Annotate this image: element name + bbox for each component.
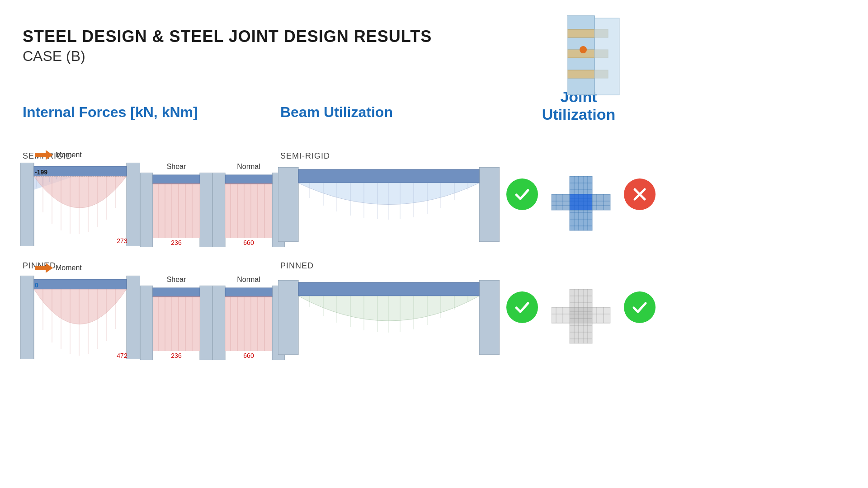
page-title: STEEL DESIGN & STEEL JOINT DESIGN RESULT… — [23, 27, 432, 65]
semi-rigid-moment-diagram: -199 273 Moment — [20, 163, 140, 246]
semi-rigid-shear-diagram: Shear 236 — [140, 163, 212, 246]
semi-rigid-normal-diagram: Normal 660 — [212, 163, 285, 246]
svg-rect-40 — [212, 173, 225, 247]
semi-rigid-label-right: SEMI-RIGID — [280, 151, 330, 161]
arrow-orange-pinned — [35, 263, 53, 273]
pinned-joint-check — [624, 291, 656, 323]
moment-label-semi: Moment — [56, 151, 82, 159]
svg-text:472: 472 — [117, 352, 127, 359]
semi-rigid-joint-mesh — [547, 174, 615, 233]
svg-rect-133 — [479, 280, 500, 355]
svg-text:-199: -199 — [35, 169, 47, 176]
title-line2: CASE (B) — [23, 48, 432, 65]
svg-rect-108 — [140, 286, 153, 360]
svg-text:273: 273 — [117, 237, 127, 244]
pinned-joint-mesh — [547, 287, 615, 346]
svg-rect-31 — [153, 184, 200, 238]
shear-label-semi: Shear — [140, 163, 212, 171]
pinned-shear-diagram: Shear 236 — [140, 276, 212, 359]
pinned-beam-check — [506, 291, 538, 323]
svg-rect-132 — [278, 280, 298, 355]
title-line1: STEEL DESIGN & STEEL JOINT DESIGN RESULT… — [23, 27, 432, 46]
pinned-beam-util — [278, 280, 500, 355]
svg-point-5 — [580, 46, 587, 53]
svg-rect-9 — [34, 166, 127, 176]
svg-text:660: 660 — [243, 239, 254, 246]
svg-rect-43 — [225, 184, 272, 238]
svg-rect-122 — [225, 288, 272, 297]
normal-label-pinned: Normal — [212, 276, 285, 284]
svg-text:236: 236 — [171, 352, 182, 359]
svg-rect-120 — [212, 286, 225, 360]
svg-rect-95 — [34, 279, 127, 289]
svg-rect-52 — [278, 167, 298, 242]
pinned-moment-diagram: 0 472 Moment — [20, 276, 140, 366]
semi-rigid-joint-x — [624, 178, 656, 210]
svg-rect-123 — [225, 297, 272, 351]
svg-text:0: 0 — [35, 282, 38, 289]
moment-label-pinned: Moment — [56, 264, 82, 272]
svg-rect-134 — [298, 282, 479, 296]
svg-rect-7 — [20, 163, 34, 246]
svg-rect-8 — [127, 163, 140, 246]
shear-label-pinned: Shear — [140, 276, 212, 284]
arrow-orange-semi — [35, 150, 53, 160]
beam-util-header: Beam Utilization — [280, 104, 393, 121]
svg-rect-6 — [567, 16, 568, 95]
svg-rect-28 — [140, 173, 153, 247]
svg-rect-110 — [153, 288, 200, 297]
svg-marker-27 — [35, 150, 53, 160]
svg-text:236: 236 — [171, 239, 182, 246]
svg-rect-94 — [127, 276, 140, 359]
svg-marker-107 — [35, 263, 53, 273]
semi-rigid-beam-check — [506, 178, 538, 210]
svg-rect-30 — [153, 175, 200, 184]
svg-rect-29 — [200, 173, 212, 247]
svg-rect-4 — [594, 18, 619, 95]
svg-rect-109 — [200, 286, 212, 360]
svg-rect-93 — [20, 276, 34, 359]
svg-rect-54 — [298, 169, 479, 183]
joint-util-3d-image — [533, 14, 628, 97]
svg-text:660: 660 — [243, 352, 254, 359]
internal-forces-header: Internal Forces [kN, kNm] — [23, 104, 198, 121]
normal-label-semi: Normal — [212, 163, 285, 171]
svg-rect-53 — [479, 167, 500, 242]
pinned-label-right: PINNED — [280, 261, 314, 271]
semi-rigid-beam-util — [278, 167, 500, 242]
pinned-normal-diagram: Normal 660 — [212, 276, 285, 359]
svg-rect-42 — [225, 175, 272, 184]
svg-rect-149 — [552, 307, 610, 323]
svg-rect-90 — [570, 194, 592, 210]
svg-rect-111 — [153, 297, 200, 351]
